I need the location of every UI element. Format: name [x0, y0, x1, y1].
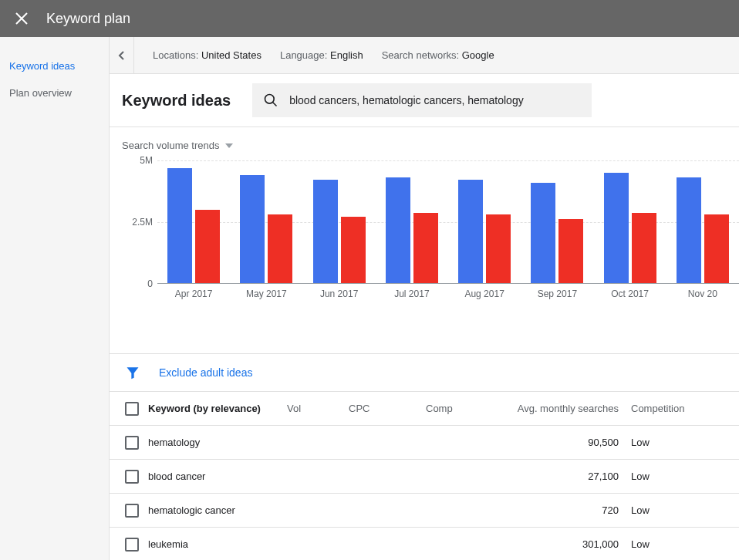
chart-x-axis: Apr 2017May 2017Jun 2017Jul 2017Aug 2017… — [157, 288, 739, 299]
filter-bar: Locations: United StatesLanguage: Englis… — [110, 37, 739, 74]
column-avg[interactable]: Avg. monthly searches — [503, 403, 619, 414]
column-vol[interactable]: Vol — [287, 403, 349, 414]
cell-keyword: hematologic cancer — [148, 504, 287, 516]
table-header: Keyword (by relevance) Vol CPC Comp Avg.… — [110, 392, 739, 426]
bar[interactable] — [313, 180, 338, 283]
bar-group — [230, 160, 302, 283]
bar[interactable] — [677, 177, 701, 283]
trends-label: Search volume trends — [122, 140, 219, 151]
svg-point-0 — [265, 95, 275, 104]
x-tick: Nov 20 — [666, 288, 739, 299]
trends-chart: 5M2.5M0 — [122, 160, 739, 284]
app-header: Keyword plan — [0, 0, 739, 37]
table-row[interactable]: hematologic cancer720Low — [110, 494, 739, 528]
cell-keyword: blood cancer — [148, 471, 287, 482]
row-checkbox[interactable] — [125, 538, 139, 552]
cell-keyword: hematology — [148, 437, 287, 448]
x-tick: Jul 2017 — [376, 288, 448, 299]
x-tick: Sep 2017 — [521, 288, 593, 299]
select-all-checkbox[interactable] — [125, 402, 139, 416]
bar[interactable] — [632, 213, 656, 283]
chevron-down-icon — [225, 142, 233, 150]
bar[interactable] — [240, 175, 265, 283]
table-row[interactable]: blood cancer27,100Low — [110, 460, 739, 494]
bar-group — [448, 160, 521, 283]
table-row[interactable]: leukemia301,000Low — [110, 528, 739, 560]
bar-group — [594, 160, 666, 283]
sidebar: Keyword ideasPlan overview — [0, 37, 110, 560]
page-title: Keyword ideas — [122, 92, 231, 110]
x-tick: Oct 2017 — [594, 288, 666, 299]
bar-group — [157, 160, 230, 283]
sidebar-item-keyword-ideas[interactable]: Keyword ideas — [0, 52, 109, 79]
cell-avg: 90,500 — [503, 437, 619, 448]
bar[interactable] — [195, 210, 220, 283]
table-row[interactable]: hematology90,500Low — [110, 426, 739, 460]
bar[interactable] — [486, 214, 511, 283]
cell-competition: Low — [619, 504, 696, 516]
bar[interactable] — [604, 173, 629, 283]
x-tick: Aug 2017 — [448, 288, 521, 299]
cell-avg: 27,100 — [503, 471, 619, 482]
bar-group — [303, 160, 376, 283]
filter-search-networks[interactable]: Search networks: Google — [382, 49, 494, 61]
bar[interactable] — [413, 213, 438, 283]
bar[interactable] — [458, 180, 483, 283]
cell-competition: Low — [619, 471, 696, 482]
filter-locations[interactable]: Locations: United States — [153, 49, 262, 61]
filter-language[interactable]: Language: English — [280, 49, 363, 61]
search-row: Keyword ideas — [110, 74, 739, 127]
cell-competition: Low — [619, 538, 696, 550]
filter-line: Exclude adult ideas — [110, 353, 739, 392]
y-tick: 5M — [140, 155, 153, 166]
chevron-left-icon — [117, 51, 127, 60]
bar-group — [521, 160, 593, 283]
cell-avg: 301,000 — [503, 538, 619, 550]
main-area: Locations: United StatesLanguage: Englis… — [110, 37, 739, 560]
chart-y-axis: 5M2.5M0 — [122, 160, 157, 284]
cell-competition: Low — [619, 437, 696, 448]
x-tick: Apr 2017 — [157, 288, 230, 299]
row-checkbox[interactable] — [125, 504, 139, 518]
y-tick: 0 — [147, 278, 153, 289]
close-icon[interactable] — [12, 9, 31, 28]
cell-keyword: leukemia — [148, 538, 287, 550]
row-checkbox[interactable] — [125, 470, 139, 484]
bar[interactable] — [341, 217, 366, 283]
x-tick: May 2017 — [230, 288, 302, 299]
cell-avg: 720 — [503, 504, 619, 516]
search-input[interactable] — [289, 94, 581, 106]
column-keyword[interactable]: Keyword (by relevance) — [148, 403, 287, 414]
trends-section: Search volume trends 5M2.5M0 Apr 2017May… — [110, 127, 739, 299]
app-title: Keyword plan — [46, 11, 130, 27]
bar[interactable] — [386, 177, 410, 283]
filter-icon[interactable] — [125, 365, 140, 380]
back-button[interactable] — [110, 37, 134, 74]
bar-group — [666, 160, 739, 283]
trends-dropdown[interactable]: Search volume trends — [122, 140, 739, 151]
bar[interactable] — [704, 214, 729, 283]
bar-group — [376, 160, 448, 283]
search-icon — [263, 93, 278, 108]
exclude-adult-link[interactable]: Exclude adult ideas — [159, 366, 252, 379]
chart-bars — [157, 160, 739, 284]
sidebar-item-plan-overview[interactable]: Plan overview — [0, 79, 109, 106]
column-comp[interactable]: Comp — [426, 403, 503, 414]
y-tick: 2.5M — [132, 217, 153, 228]
row-checkbox[interactable] — [125, 436, 139, 450]
column-competition[interactable]: Competition — [619, 403, 696, 414]
bar[interactable] — [268, 214, 292, 283]
bar[interactable] — [531, 183, 555, 283]
search-box[interactable] — [252, 83, 592, 117]
bar[interactable] — [558, 219, 583, 283]
x-tick: Jun 2017 — [303, 288, 376, 299]
bar[interactable] — [167, 168, 192, 283]
column-cpc[interactable]: CPC — [349, 403, 426, 414]
